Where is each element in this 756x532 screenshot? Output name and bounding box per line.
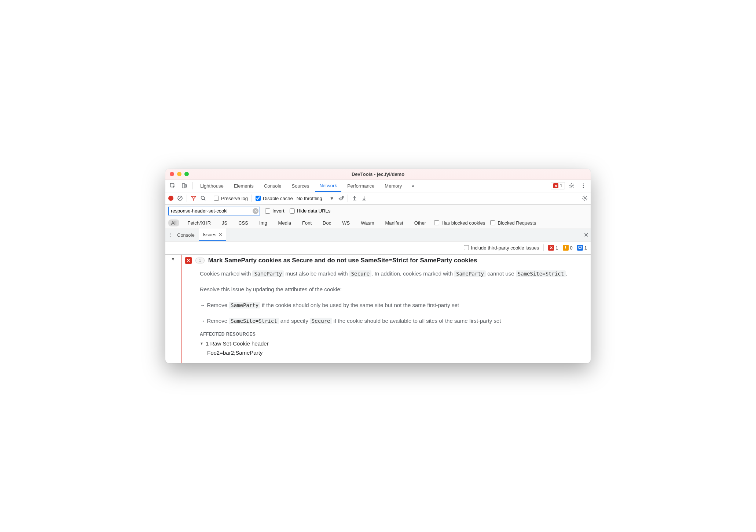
type-manifest[interactable]: Manifest xyxy=(382,219,406,226)
search-icon[interactable] xyxy=(200,195,206,201)
disable-cache-checkbox[interactable]: Disable cache xyxy=(256,196,293,201)
tab-lighthouse[interactable]: Lighthouse xyxy=(196,180,228,192)
type-fetch-xhr[interactable]: Fetch/XHR xyxy=(184,219,214,226)
type-font[interactable]: Font xyxy=(299,219,315,226)
main-tab-strip: Lighthouse Elements Console Sources Netw… xyxy=(165,180,591,192)
device-toolbar-icon[interactable] xyxy=(179,181,190,191)
type-img[interactable]: Img xyxy=(256,219,270,226)
error-count-badge[interactable]: ✕ 1 xyxy=(551,182,565,189)
inspect-element-icon[interactable] xyxy=(168,181,178,191)
warning-icon: ! xyxy=(563,245,569,251)
info-issues-count[interactable]: 1 xyxy=(577,245,587,251)
svg-rect-2 xyxy=(185,185,187,187)
type-wasm[interactable]: Wasm xyxy=(358,219,377,226)
issues-toolbar: Include third-party cookie issues ✕ 1 ! … xyxy=(165,241,591,255)
settings-icon[interactable] xyxy=(566,181,577,191)
filter-row: ✕ Invert Hide data URLs xyxy=(165,205,591,217)
type-css[interactable]: CSS xyxy=(235,219,251,226)
error-icon: ✕ xyxy=(548,245,554,251)
error-icon: ✕ xyxy=(185,257,192,264)
svg-line-8 xyxy=(179,197,181,200)
drawer-tab-strip: Console Issues ✕ ✕ xyxy=(165,229,591,241)
svg-point-13 xyxy=(584,197,586,199)
upload-icon[interactable] xyxy=(352,195,357,201)
drawer-tab-issues[interactable]: Issues ✕ xyxy=(199,229,227,241)
blocked-requests-checkbox[interactable]: Blocked Requests xyxy=(490,220,536,226)
svg-point-14 xyxy=(170,233,170,234)
error-count: 1 xyxy=(560,183,562,188)
tab-memory[interactable]: Memory xyxy=(380,180,406,192)
svg-point-6 xyxy=(583,187,584,188)
svg-point-9 xyxy=(201,196,205,200)
svg-point-11 xyxy=(341,200,341,201)
clear-filter-icon[interactable]: ✕ xyxy=(253,208,258,214)
tab-sources[interactable]: Sources xyxy=(287,180,314,192)
preserve-log-checkbox[interactable]: Preserve log xyxy=(214,196,248,201)
clear-icon[interactable] xyxy=(177,195,183,201)
issue-occurrence-count: 1 xyxy=(195,258,205,263)
kebab-menu-icon[interactable] xyxy=(578,181,588,191)
window-title: DevTools - jec.fyi/demo xyxy=(165,171,591,177)
type-doc[interactable]: Doc xyxy=(320,219,334,226)
svg-point-16 xyxy=(170,236,170,237)
type-all[interactable]: All xyxy=(168,219,179,226)
svg-line-10 xyxy=(204,199,205,200)
tab-performance[interactable]: Performance xyxy=(343,180,379,192)
type-js[interactable]: JS xyxy=(219,219,230,226)
more-tabs-icon[interactable]: » xyxy=(408,181,418,191)
close-tab-icon[interactable]: ✕ xyxy=(219,232,223,237)
titlebar: DevTools - jec.fyi/demo xyxy=(165,169,591,180)
chevron-down-icon: ▼ xyxy=(330,196,334,201)
filter-icon[interactable] xyxy=(191,195,197,201)
hide-data-urls-checkbox[interactable]: Hide data URLs xyxy=(290,208,331,214)
raw-cookie-value: Foo2=bar2;SameParty xyxy=(200,350,584,356)
error-icon: ✕ xyxy=(553,183,558,188)
network-conditions-icon[interactable] xyxy=(338,195,344,201)
tab-network[interactable]: Network xyxy=(315,180,341,192)
download-icon[interactable] xyxy=(361,195,367,201)
network-settings-icon[interactable] xyxy=(582,195,588,201)
affected-resources: AFFECTED RESOURCES ▼ 1 Raw Set-Cookie he… xyxy=(185,332,584,356)
include-third-party-checkbox[interactable]: Include third-party cookie issues xyxy=(464,245,539,251)
svg-point-12 xyxy=(342,196,343,197)
tab-console[interactable]: Console xyxy=(260,180,286,192)
svg-point-15 xyxy=(170,234,170,235)
has-blocked-cookies-checkbox[interactable]: Has blocked cookies xyxy=(434,220,485,226)
issue-gutter: ▼ xyxy=(165,255,181,363)
error-issues-count[interactable]: ✕ 1 xyxy=(548,245,558,251)
type-other[interactable]: Other xyxy=(411,219,429,226)
close-drawer-icon[interactable]: ✕ xyxy=(584,232,588,239)
issue-item: ✕ 1 Mark SameParty cookies as Secure and… xyxy=(181,255,591,363)
issue-description: Cookies marked with SameParty must also … xyxy=(185,269,584,326)
chevron-down-icon: ▼ xyxy=(200,341,203,346)
affected-resource-row[interactable]: ▼ 1 Raw Set-Cookie header xyxy=(200,340,584,347)
svg-rect-17 xyxy=(579,246,581,248)
network-toolbar: Preserve log Disable cache No throttling… xyxy=(165,192,591,205)
type-media[interactable]: Media xyxy=(275,219,294,226)
svg-point-3 xyxy=(571,185,572,186)
devtools-window: DevTools - jec.fyi/demo Lighthouse Eleme… xyxy=(165,169,591,363)
tab-elements[interactable]: Elements xyxy=(230,180,258,192)
drawer-kebab-icon[interactable] xyxy=(168,232,173,237)
svg-point-4 xyxy=(583,184,584,185)
affected-resources-heading: AFFECTED RESOURCES xyxy=(200,332,584,337)
expand-issue-icon[interactable]: ▼ xyxy=(171,257,175,261)
filter-input[interactable] xyxy=(168,207,260,215)
issues-panel: ▼ ✕ 1 Mark SameParty cookies as Secure a… xyxy=(165,255,591,363)
svg-point-5 xyxy=(583,185,584,186)
request-type-filters: All Fetch/XHR JS CSS Img Media Font Doc … xyxy=(165,217,591,229)
throttling-select[interactable]: No throttling ▼ xyxy=(297,196,334,201)
type-ws[interactable]: WS xyxy=(339,219,353,226)
record-button[interactable] xyxy=(168,196,173,201)
invert-checkbox[interactable]: Invert xyxy=(265,208,285,214)
info-icon xyxy=(577,245,583,251)
svg-rect-1 xyxy=(182,184,185,188)
issue-title: Mark SameParty cookies as Secure and do … xyxy=(208,257,477,264)
drawer-tab-console[interactable]: Console xyxy=(173,229,198,241)
warning-issues-count[interactable]: ! 0 xyxy=(563,245,573,251)
